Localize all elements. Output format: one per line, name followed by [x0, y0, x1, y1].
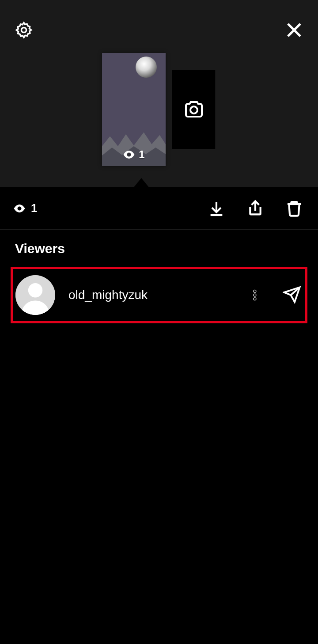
svg-point-15: [254, 298, 256, 300]
viewer-more-button[interactable]: [244, 284, 265, 306]
delete-button[interactable]: [284, 198, 305, 219]
svg-point-7: [18, 206, 22, 210]
top-bar: [0, 17, 318, 43]
story-thumbnail[interactable]: 1: [102, 53, 166, 166]
story-preview-region: 1: [0, 0, 318, 187]
svg-point-6: [190, 106, 197, 114]
viewer-username: old_mightyzuk: [68, 288, 228, 302]
close-icon: [285, 21, 303, 39]
close-button[interactable]: [284, 19, 305, 41]
story-art-moon: [136, 57, 157, 78]
svg-point-14: [254, 294, 256, 296]
send-icon: [283, 286, 301, 304]
share-button[interactable]: [245, 198, 266, 219]
thumbnail-view-number: 1: [139, 148, 144, 161]
svg-point-5: [127, 153, 131, 157]
viewer-send-button[interactable]: [281, 284, 303, 306]
story-thumbnails: 1: [0, 53, 318, 166]
viewers-section: Viewers old_mightyzuk: [0, 230, 318, 323]
viewer-row[interactable]: old_mightyzuk: [11, 267, 307, 323]
view-count: 1: [13, 201, 37, 215]
view-count-number: 1: [31, 201, 37, 215]
thumbnail-view-count: 1: [102, 148, 166, 161]
svg-point-0: [21, 27, 26, 32]
avatar: [15, 275, 55, 315]
eye-icon: [123, 151, 135, 159]
eye-icon: [13, 205, 26, 212]
svg-point-12: [28, 283, 42, 297]
more-vertical-icon: [248, 288, 261, 302]
share-icon: [246, 200, 264, 217]
gear-icon: [15, 21, 33, 39]
svg-point-13: [254, 290, 256, 292]
download-button[interactable]: [206, 198, 227, 219]
download-icon: [208, 200, 225, 217]
action-bar: 1: [0, 187, 318, 230]
settings-button[interactable]: [13, 19, 34, 41]
viewers-heading: Viewers: [15, 241, 303, 256]
trash-icon: [285, 200, 303, 217]
add-story-button[interactable]: [172, 70, 216, 149]
selected-story-indicator: [133, 178, 149, 188]
camera-icon: [183, 99, 204, 120]
avatar-placeholder-icon: [15, 275, 55, 315]
